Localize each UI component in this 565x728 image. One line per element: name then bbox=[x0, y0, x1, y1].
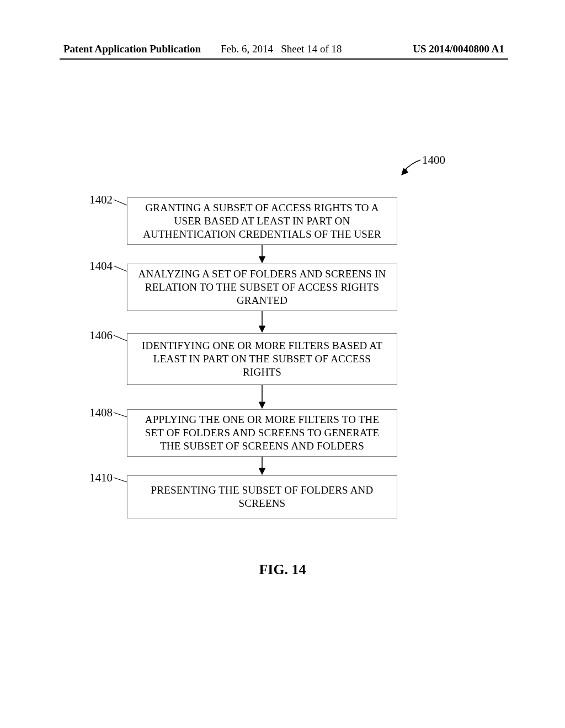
leader-line bbox=[114, 200, 127, 205]
flow-step-text: APPLYING THE ONE OR MORE FILTERS TO THE … bbox=[135, 413, 389, 452]
flow-step-1408: APPLYING THE ONE OR MORE FILTERS TO THE … bbox=[127, 409, 397, 457]
reference-numeral-1404: 1404 bbox=[89, 259, 113, 273]
flow-step-text: PRESENTING THE SUBSET OF FOLDERS AND SCR… bbox=[135, 484, 389, 510]
flow-step-1406: IDENTIFYING ONE OR MORE FILTERS BASED AT… bbox=[127, 333, 397, 385]
leader-line bbox=[114, 266, 127, 271]
flow-step-text: IDENTIFYING ONE OR MORE FILTERS BASED AT… bbox=[135, 339, 389, 378]
leader-line bbox=[114, 413, 127, 417]
leader-line bbox=[114, 335, 127, 341]
flowchart: 1400 GRANTING A SUBSET OF ACCESS RIGHTS … bbox=[0, 0, 565, 728]
reference-numeral-overall: 1400 bbox=[422, 153, 445, 167]
figure-caption: FIG. 14 bbox=[0, 561, 565, 578]
flow-step-1404: ANALYZING A SET OF FOLDERS AND SCREENS I… bbox=[127, 264, 397, 311]
reference-numeral-1408: 1408 bbox=[89, 406, 113, 420]
reference-numeral-1410: 1410 bbox=[89, 471, 113, 485]
page: Patent Application Publication Feb. 6, 2… bbox=[0, 0, 565, 728]
leader-arrow-1400 bbox=[401, 160, 420, 175]
reference-numeral-1406: 1406 bbox=[89, 329, 113, 342]
flow-step-1402: GRANTING A SUBSET OF ACCESS RIGHTS TO A … bbox=[127, 197, 397, 245]
flow-step-text: GRANTING A SUBSET OF ACCESS RIGHTS TO A … bbox=[135, 201, 389, 240]
flow-step-1410: PRESENTING THE SUBSET OF FOLDERS AND SCR… bbox=[127, 475, 397, 518]
flow-step-text: ANALYZING A SET OF FOLDERS AND SCREENS I… bbox=[135, 267, 389, 307]
reference-numeral-1402: 1402 bbox=[89, 193, 113, 207]
leader-line bbox=[114, 478, 127, 482]
